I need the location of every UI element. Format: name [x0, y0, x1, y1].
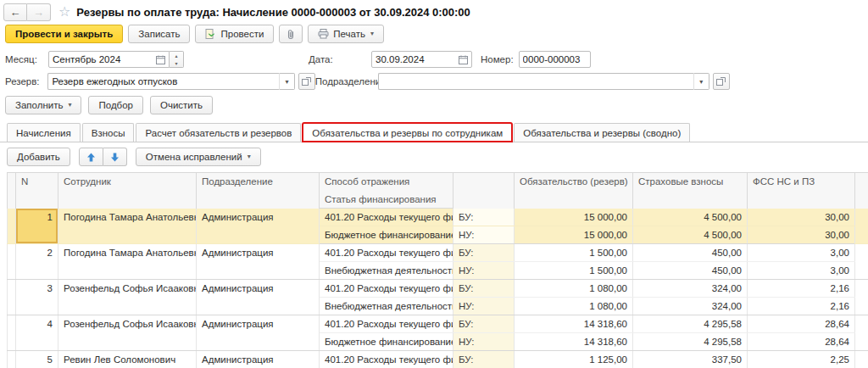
tab-raschet-obyazatelstv[interactable]: Расчет обязательств и резервов: [136, 123, 301, 142]
bu-label-cell[interactable]: БУ:: [453, 351, 515, 368]
amount-cell[interactable]: 30,00: [748, 209, 855, 226]
funding-article-cell[interactable]: Бюджетное финансирование: [320, 333, 453, 351]
reserve-dropdown-button[interactable]: ▾: [279, 73, 295, 90]
row-marker[interactable]: [8, 244, 16, 280]
tab-vznosy[interactable]: Взносы: [82, 123, 135, 142]
amount-cell[interactable]: 450,00: [633, 244, 748, 262]
reflection-method-cell[interactable]: 401.20 Расходы текущего фин...: [320, 209, 453, 226]
calendar-icon[interactable]: [459, 55, 468, 64]
month-field[interactable]: Сентябрь 2024: [48, 51, 170, 68]
department-cell[interactable]: Администрация: [197, 280, 320, 315]
tab-nachisleniya[interactable]: Начисления: [7, 123, 81, 142]
post-and-close-button[interactable]: Провести и закрыть: [5, 25, 123, 43]
month-stepper[interactable]: ▴ ▾: [170, 51, 184, 68]
amount-cell[interactable]: 450,00: [633, 262, 748, 280]
amount-cell[interactable]: 1 080,00: [515, 280, 633, 298]
department-cell[interactable]: Администрация: [197, 351, 320, 368]
move-down-button[interactable]: [103, 148, 127, 166]
amount-cell[interactable]: 4 295,58: [633, 315, 748, 333]
row-marker[interactable]: [8, 280, 16, 315]
add-row-button[interactable]: Добавить: [7, 148, 70, 166]
amount-cell[interactable]: 324,00: [633, 298, 748, 315]
amount-cell[interactable]: 1 500,00: [515, 244, 633, 262]
row-number-cell[interactable]: 2: [16, 244, 58, 280]
nu-label-cell[interactable]: НУ:: [453, 226, 515, 244]
amount-cell[interactable]: 1 500,00: [515, 262, 633, 280]
back-button[interactable]: ←: [3, 3, 27, 21]
amount-cell[interactable]: 1 080,00: [515, 298, 633, 315]
fill-button[interactable]: Заполнить ▾: [5, 96, 81, 114]
nu-label-cell[interactable]: НУ:: [453, 333, 515, 351]
amount-cell[interactable]: 14 318,60: [515, 333, 633, 351]
amount-cell[interactable]: 324,00: [633, 280, 748, 298]
amount-cell[interactable]: 30,00: [748, 226, 855, 244]
funding-article-cell[interactable]: Внебюджетная деятельность: [320, 262, 453, 280]
bu-label-cell[interactable]: БУ:: [453, 315, 515, 333]
nu-label-cell[interactable]: НУ:: [453, 262, 515, 280]
department-cell[interactable]: Администрация: [197, 244, 320, 280]
row-marker[interactable]: [8, 209, 16, 244]
reflection-method-cell[interactable]: 401.20 Расходы текущего фин...: [320, 315, 453, 333]
nu-label-cell[interactable]: НУ:: [453, 298, 515, 315]
reserve-field[interactable]: Резерв ежегодных отпусков: [47, 73, 279, 90]
department-cell[interactable]: Администрация: [197, 209, 320, 244]
employee-cell[interactable]: Ревин Лев Соломонович: [58, 351, 197, 368]
row-marker[interactable]: [8, 315, 16, 351]
amount-cell[interactable]: 4 500,00: [633, 226, 748, 244]
spin-up-icon[interactable]: ▴: [170, 52, 183, 59]
amount-cell[interactable]: 15 000,00: [515, 209, 633, 226]
amount-cell[interactable]: 28,64: [748, 333, 855, 351]
row-number-cell[interactable]: 3: [16, 280, 58, 315]
tab-obyazatelstva-po-sotrudnikam[interactable]: Обязательства и резервы по сотрудникам: [303, 123, 512, 142]
bu-label-cell[interactable]: БУ:: [453, 280, 515, 298]
row-number-cell[interactable]: 5: [16, 351, 58, 368]
row-marker[interactable]: [8, 351, 16, 368]
reflection-method-cell[interactable]: 401.20 Расходы текущего фин...: [320, 244, 453, 262]
amount-cell[interactable]: 4 295,58: [633, 333, 748, 351]
forward-button[interactable]: →: [27, 3, 51, 21]
favorite-star-icon[interactable]: ☆: [58, 5, 70, 19]
amount-cell[interactable]: 3,00: [748, 262, 855, 280]
bu-label-cell[interactable]: БУ:: [453, 244, 515, 262]
employee-cell[interactable]: Розенфельд Софья Исааковна: [58, 315, 197, 351]
funding-article-cell[interactable]: Внебюджетная деятельность: [320, 298, 453, 315]
undo-dropdown-caret-icon: ▾: [248, 153, 251, 160]
department-dropdown-button[interactable]: ▾: [693, 73, 709, 90]
print-button[interactable]: Печать ▾: [308, 25, 384, 43]
number-field[interactable]: 0000-000003: [519, 51, 591, 68]
employee-cell[interactable]: Розенфельд Софья Исааковна: [58, 280, 197, 315]
amount-cell[interactable]: 337,50: [633, 351, 748, 368]
amount-cell[interactable]: 1 125,00: [515, 351, 633, 368]
pick-button[interactable]: Подбор: [88, 96, 143, 114]
reserve-open-button[interactable]: [298, 73, 315, 90]
row-number-cell[interactable]: 4: [16, 315, 58, 351]
amount-cell[interactable]: 3,00: [748, 244, 855, 262]
amount-cell[interactable]: 15 000,00: [515, 226, 633, 244]
reflection-method-cell[interactable]: 401.20 Расходы текущего фин...: [320, 351, 453, 368]
department-field[interactable]: [378, 73, 693, 90]
employee-cell[interactable]: Погодина Тамара Анатольевна: [58, 209, 197, 244]
amount-cell[interactable]: 14 318,60: [515, 315, 633, 333]
clear-button[interactable]: Очистить: [150, 96, 213, 114]
amount-cell[interactable]: 2,16: [748, 298, 855, 315]
row-number-cell[interactable]: 1: [16, 209, 58, 244]
department-open-button[interactable]: [713, 73, 730, 90]
calendar-icon[interactable]: [156, 55, 165, 64]
amount-cell[interactable]: 28,64: [748, 315, 855, 333]
save-button[interactable]: Записать: [128, 25, 190, 43]
undo-corrections-button[interactable]: Отмена исправлений ▾: [136, 148, 261, 166]
department-cell[interactable]: Администрация: [197, 315, 320, 351]
move-up-button[interactable]: [79, 148, 103, 166]
attachments-button[interactable]: [279, 25, 303, 43]
post-button[interactable]: Провести: [195, 25, 274, 43]
reflection-method-cell[interactable]: 401.20 Расходы текущего фин...: [320, 280, 453, 298]
funding-article-cell[interactable]: Бюджетное финансирование: [320, 226, 453, 244]
amount-cell[interactable]: 4 500,00: [633, 209, 748, 226]
employee-cell[interactable]: Погодина Тамара Анатольевна: [58, 244, 197, 280]
spin-down-icon[interactable]: ▾: [170, 59, 183, 67]
tab-obyazatelstva-svodno[interactable]: Обязательства и резервы (сводно): [514, 123, 690, 142]
date-field[interactable]: 30.09.2024: [371, 51, 472, 68]
amount-cell[interactable]: 2,16: [748, 280, 855, 298]
bu-label-cell[interactable]: БУ:: [453, 209, 515, 226]
amount-cell[interactable]: 2,25: [748, 351, 855, 368]
